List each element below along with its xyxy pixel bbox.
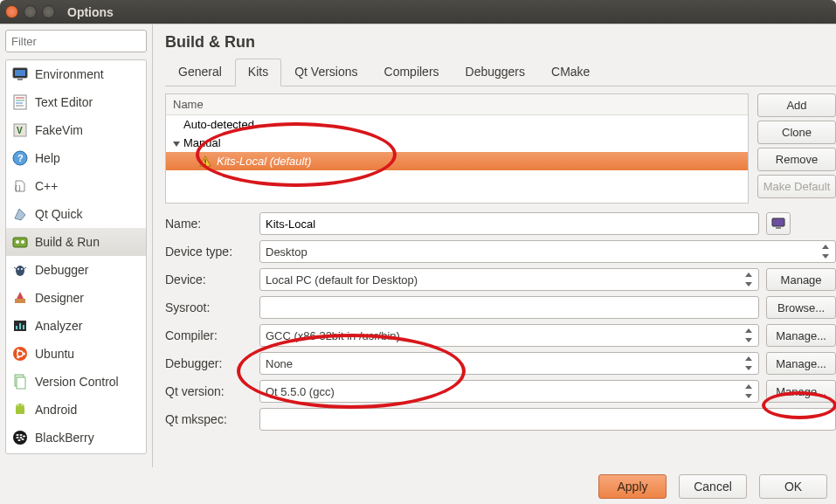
filter-input[interactable] [5, 30, 147, 52]
qtver-label: Qt version: [165, 384, 252, 398]
qtquick-icon [11, 206, 29, 222]
clone-button[interactable]: Clone [757, 121, 836, 144]
sidebar-item-environment[interactable]: Environment [6, 60, 146, 88]
svg-text:{ }: { } [15, 184, 21, 191]
svg-point-40 [19, 437, 22, 438]
sidebar-item-designer[interactable]: Designer [6, 284, 146, 312]
sidebar-item-blackberry[interactable]: BlackBerry [6, 424, 146, 452]
svg-point-28 [23, 352, 25, 355]
sidebar-item-build-run[interactable]: Build & Run [6, 228, 146, 256]
tab-qt-versions[interactable]: Qt Versions [281, 59, 370, 86]
cancel-button[interactable]: Cancel [679, 474, 747, 499]
tab-general[interactable]: General [165, 59, 235, 86]
window-title: Options [67, 5, 114, 19]
sidebar-item-fakevim[interactable]: VFakeVim [6, 116, 146, 144]
kit-form: Name: Device type: Desktop Device: Local… [165, 212, 836, 431]
svg-rect-48 [776, 227, 781, 229]
compiler-select[interactable]: GCC (x86 32bit in /usr/bin) [259, 324, 759, 347]
compiler-label: Compiler: [165, 328, 252, 342]
sidebar-item-text-editor[interactable]: Text Editor [6, 88, 146, 116]
vcs-icon [11, 374, 29, 390]
sidebar-item-ubuntu[interactable]: Ubuntu [6, 340, 146, 368]
apply-button[interactable]: Apply [598, 474, 667, 499]
titlebar: Options [0, 0, 836, 24]
name-field[interactable] [259, 212, 759, 235]
sidebar-list: EnvironmentText EditorVFakeVim?Help{ }C+… [5, 59, 147, 454]
devtype-select[interactable]: Desktop [259, 240, 836, 263]
minimize-icon[interactable] [24, 5, 37, 18]
tab-compilers[interactable]: Compilers [371, 59, 453, 86]
svg-point-42 [17, 439, 20, 441]
tab-debuggers[interactable]: Debuggers [453, 59, 539, 86]
tree-group-manual[interactable]: Manual [166, 134, 748, 152]
sidebar-item-label: Ubuntu [35, 347, 74, 361]
compiler-manage-button[interactable]: Manage... [766, 324, 836, 347]
svg-line-20 [24, 267, 26, 269]
svg-rect-3 [14, 95, 26, 109]
cpp-icon: { } [11, 178, 29, 194]
sidebar-item-android[interactable]: Android [6, 396, 146, 424]
sidebar-item-label: Designer [35, 291, 84, 305]
kit-icon-button[interactable] [766, 212, 791, 235]
svg-point-43 [21, 438, 24, 440]
sidebar-item-help[interactable]: ?Help [6, 144, 146, 172]
sidebar-item-label: Help [35, 151, 60, 165]
tab-kits[interactable]: Kits [235, 59, 281, 86]
svg-point-18 [21, 268, 23, 270]
sidebar-item-label: Debugger [35, 263, 89, 277]
sysroot-field[interactable] [259, 296, 759, 319]
kits-tree[interactable]: Name Auto-detected Manual Kits-Local (de… [165, 93, 749, 204]
chevron-down-icon [173, 142, 180, 147]
texteditor-icon [11, 94, 29, 110]
tree-buttons: Add Clone Remove Make Default [757, 93, 836, 204]
sidebar-item-label: Qt Quick [35, 207, 82, 221]
sysroot-label: Sysroot: [165, 300, 252, 314]
maximize-icon[interactable] [42, 5, 55, 18]
svg-point-14 [16, 240, 19, 244]
svg-rect-21 [15, 299, 25, 303]
tab-cmake[interactable]: CMake [538, 59, 603, 86]
svg-text:?: ? [17, 153, 24, 163]
svg-point-35 [21, 404, 23, 406]
tree-group-autodetected[interactable]: Auto-detected [166, 115, 748, 134]
debugger-manage-button[interactable]: Manage... [766, 352, 836, 375]
svg-line-19 [14, 267, 17, 269]
designer-icon [11, 290, 29, 306]
mkspec-field[interactable] [259, 408, 836, 431]
qtversion-select[interactable]: Qt 5.5.0 (gcc) [259, 380, 759, 403]
devtype-label: Device type: [165, 245, 252, 259]
sidebar-item-version-control[interactable]: Version Control [6, 368, 146, 396]
debugger-icon [11, 262, 29, 278]
svg-rect-46 [204, 163, 205, 164]
debugger-select[interactable]: None [259, 352, 759, 375]
buildrun-icon [11, 234, 29, 250]
sidebar-item-label: Text Editor [35, 95, 93, 109]
svg-rect-13 [13, 238, 27, 247]
svg-point-17 [17, 268, 19, 270]
device-manage-button[interactable]: Manage [766, 268, 836, 291]
remove-button[interactable]: Remove [757, 148, 836, 171]
device-select[interactable]: Local PC (default for Desktop) [259, 268, 759, 291]
sysroot-browse-button[interactable]: Browse... [766, 296, 836, 319]
tree-item-kits-local[interactable]: Kits-Local (default) [166, 152, 748, 170]
sidebar-item-label: C++ [35, 179, 58, 193]
sidebar-item-c-[interactable]: { }C++ [6, 172, 146, 200]
svg-point-38 [19, 434, 22, 436]
android-icon [11, 402, 29, 418]
qtversion-manage-button[interactable]: Manage... [766, 380, 836, 403]
sidebar-item-qt-quick[interactable]: Qt Quick [6, 200, 146, 228]
sidebar-item-debugger[interactable]: Debugger [6, 256, 146, 284]
sidebar-item-label: Analyzer [35, 319, 82, 333]
svg-rect-23 [16, 326, 17, 329]
mkspec-label: Qt mkspec: [165, 412, 252, 426]
sidebar-item-analyzer[interactable]: Analyzer [6, 312, 146, 340]
fakevim-icon: V [11, 122, 29, 138]
sidebar-item-label: Android [35, 403, 77, 417]
sidebar-item-label: Build & Run [35, 235, 100, 249]
close-icon[interactable] [5, 5, 18, 18]
svg-rect-25 [23, 325, 24, 329]
sidebar-item-label: BlackBerry [35, 431, 94, 445]
ok-button[interactable]: OK [759, 474, 827, 499]
svg-point-15 [21, 240, 24, 244]
add-button[interactable]: Add [757, 93, 836, 117]
